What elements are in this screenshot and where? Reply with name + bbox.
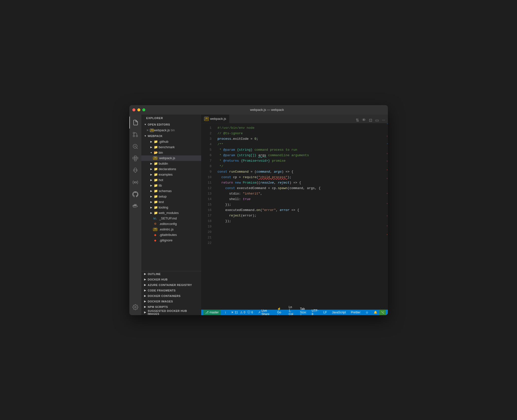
chevron-right-icon: ▶: [149, 162, 153, 166]
more-actions[interactable]: ···: [381, 117, 386, 123]
tree-item-github[interactable]: ▶ 📁 .github: [141, 139, 201, 144]
status-right: ⚡ Go Live Ln 1, Col 1 Tab Size: 2 UTF-8 …: [276, 310, 378, 315]
file-name: .editorconfig: [159, 222, 177, 226]
tree-item-benchmark[interactable]: ▶ 📁 benchmark: [141, 144, 201, 150]
svg-rect-22: [135, 204, 136, 205]
emoji-feedback[interactable]: ☺: [364, 310, 369, 315]
code-line-6: /**: [214, 142, 373, 147]
code-content[interactable]: #!/usr/bin/env node // @ts-ignore proces…: [214, 123, 373, 310]
encoding[interactable]: UTF-8: [311, 310, 319, 315]
open-editor-path: bin: [171, 129, 175, 132]
xterm-button[interactable]: ⌥: [379, 310, 386, 315]
branch-name: master: [210, 311, 219, 314]
formatter[interactable]: Prettier: [350, 310, 362, 315]
tree-item-tooling[interactable]: ▶ 📁 tooling: [141, 205, 201, 210]
sidebar: EXPLORER ▾ OPEN EDITORS ✕ JS webpack.js …: [141, 115, 201, 315]
tree-item-gitattributes[interactable]: ◆ .gitattributes: [141, 232, 201, 238]
svg-point-23: [135, 306, 136, 308]
split-editor-action[interactable]: ⊡: [368, 117, 373, 123]
open-editor-name: webpack.js: [154, 128, 170, 132]
activity-git[interactable]: [129, 129, 141, 140]
tree-item-lib[interactable]: ▶ 📁 lib: [141, 183, 201, 188]
chevron-right-icon: ▶: [149, 211, 153, 215]
tree-item-test[interactable]: ▶ 📁 test: [141, 199, 201, 205]
code-line-21: });: [214, 218, 373, 224]
docker-images-section[interactable]: ▶ DOCKER IMAGES: [141, 299, 201, 304]
tree-item-eslintrc[interactable]: JS .eslintrc.js: [141, 227, 201, 232]
sync-status[interactable]: ↕: [224, 310, 227, 315]
line-ending[interactable]: LF: [323, 310, 328, 315]
activity-settings[interactable]: [129, 301, 141, 313]
info-icon: ⓘ: [247, 310, 250, 314]
live-share[interactable]: ↗ Live Share: [257, 310, 273, 315]
cursor-position[interactable]: Ln 1, Col 1: [288, 310, 296, 315]
activity-debug[interactable]: [129, 164, 141, 176]
code-line-17: });: [214, 202, 373, 208]
activity-remote[interactable]: [129, 176, 141, 188]
activity-docker[interactable]: [129, 200, 141, 212]
activity-extensions[interactable]: [129, 152, 141, 164]
folder-name: .github: [159, 140, 169, 143]
tree-item-gitignore[interactable]: ◆ .gitignore: [141, 238, 201, 243]
svg-rect-11: [134, 159, 136, 161]
tree-item-webpack-js[interactable]: JS webpack.js: [141, 155, 201, 161]
tree-item-editorconfig[interactable]: ⚙ .editorconfig: [141, 221, 201, 227]
code-line-3: // @ts-ignore: [214, 131, 373, 136]
close-button[interactable]: [132, 108, 135, 111]
file-name: webpack.js: [159, 156, 175, 160]
activity-search[interactable]: [129, 140, 141, 152]
npm-scripts-section[interactable]: ▶ NPM SCRIPTS: [141, 304, 201, 310]
tab-size[interactable]: Tab Size: 2: [299, 310, 308, 315]
file-config-icon: ⚙: [153, 222, 157, 226]
tree-item-hot[interactable]: ▶ 📁 hot: [141, 177, 201, 183]
close-icon[interactable]: ✕: [146, 129, 149, 132]
chevron-right-icon: ▶: [143, 310, 147, 314]
code-fragments-section[interactable]: ▶ CODE FRAGMENTS: [141, 288, 201, 293]
svg-line-5: [136, 147, 137, 148]
docker-hub-section[interactable]: ▶ DOCKER HUB: [141, 277, 201, 282]
activity-github[interactable]: [129, 188, 141, 200]
open-editors-section[interactable]: ▾ OPEN EDITORS: [141, 122, 201, 128]
svg-point-1: [133, 132, 135, 134]
sidebar-header: EXPLORER: [141, 115, 201, 122]
tab-webpack-js[interactable]: JS webpack.js: [201, 115, 230, 123]
activity-explorer[interactable]: [129, 117, 141, 129]
minimap: [373, 123, 388, 310]
language-mode[interactable]: JavaScript: [331, 310, 347, 315]
tree-item-declarations[interactable]: ▶ 📁 declarations: [141, 166, 201, 172]
outline-section[interactable]: ▶ OUTLINE: [141, 271, 201, 277]
folder-name: setup: [159, 195, 167, 198]
folder-icon: 📁: [154, 195, 158, 199]
tree-item-examples[interactable]: ▶ 📁 examples: [141, 172, 201, 177]
file-tree: ▶ 📁 .github ▶ 📁 benchmark ▾ 📂 bin: [141, 139, 201, 271]
chevron-right-icon: ▶: [149, 195, 153, 199]
git-branch[interactable]: ⎇ master: [203, 310, 221, 315]
suggested-docker-images-section[interactable]: ▶ SUGGESTED DOCKER HUB IMAGES: [141, 310, 201, 315]
code-line-1: #!/usr/bin/env node: [214, 125, 373, 131]
file-git-icon: ◆: [153, 233, 157, 237]
chevron-right-icon: ▶: [143, 283, 147, 287]
tree-item-setup-md[interactable]: M↓ _SETUP.md: [141, 216, 201, 221]
tree-item-schemas[interactable]: ▶ 📁 schemas: [141, 188, 201, 194]
preview-action[interactable]: 👁: [361, 117, 366, 123]
layout-action[interactable]: ▭: [375, 117, 379, 123]
code-line-20: reject(error);: [214, 213, 373, 218]
azure-container-registry-section[interactable]: ▶ AZURE CONTAINER REGISTRY: [141, 282, 201, 288]
go-live[interactable]: ⚡ Go Live: [276, 310, 285, 315]
error-count[interactable]: ✕ 11 ⚠ 0 ⓘ 6: [230, 310, 254, 315]
tree-item-web-modules[interactable]: ▶ 📁 web_modules: [141, 210, 201, 216]
tree-item-bin[interactable]: ▾ 📂 bin: [141, 150, 201, 155]
minimize-button[interactable]: [137, 108, 140, 111]
source-control-action[interactable]: ⇅: [355, 117, 359, 123]
tree-item-setup[interactable]: ▶ 📁 setup: [141, 194, 201, 199]
maximize-button[interactable]: [142, 108, 145, 111]
open-editor-item[interactable]: ✕ JS webpack.js bin: [141, 128, 201, 133]
live-share-label: Live Share: [261, 309, 272, 315]
error-icon: ✕: [231, 311, 234, 314]
tree-item-buildin[interactable]: ▶ 📁 buildin: [141, 161, 201, 166]
folder-name: declarations: [159, 167, 176, 171]
webpack-section[interactable]: ▾ WEBPACK: [141, 133, 201, 139]
notifications[interactable]: 🔔: [373, 310, 378, 315]
docker-containers-section[interactable]: ▶ DOCKER CONTAINERS: [141, 293, 201, 299]
warning-number: 0: [244, 311, 246, 314]
